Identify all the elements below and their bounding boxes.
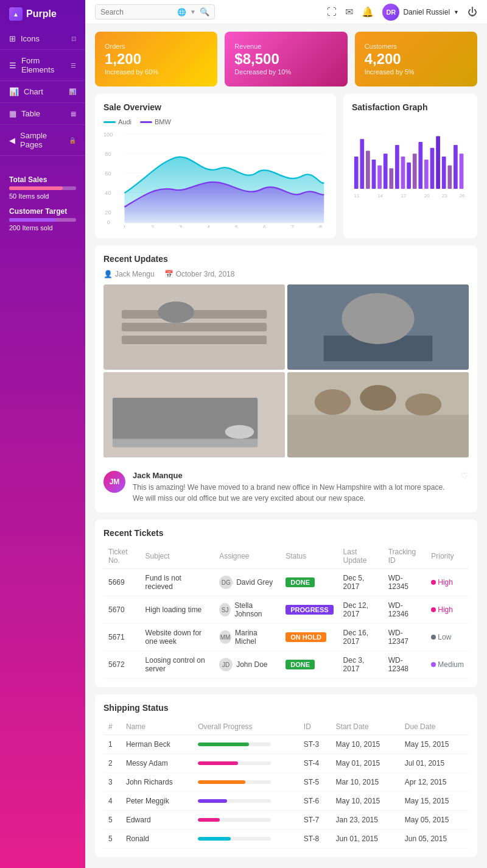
ticket-last-update: Dec 5, 2017	[338, 569, 384, 596]
table-row: 5 Ronald ST-8 Jun 01, 2015 Jun 05, 2015	[103, 830, 469, 849]
ticket-subject: Website down for one week	[141, 624, 215, 651]
update-author: 👤 Jack Mengu	[103, 270, 155, 278]
photo-laptop	[103, 372, 285, 457]
ticket-number: 5672	[103, 651, 141, 679]
search-icon[interactable]: 🔍	[200, 7, 209, 16]
ticket-subject: Fund is not recieved	[141, 569, 215, 596]
table-row: 5670 High loading time SJ Stella Johnson…	[103, 596, 469, 624]
tickets-table-body: 5669 Fund is not recieved DG David Grey …	[103, 569, 469, 679]
ship-name: Herman Beck	[121, 735, 193, 754]
status-badge: DONE	[286, 660, 315, 669]
sidebar-label-table: Table	[21, 109, 40, 118]
ticket-assignee: MM Marina Michel	[214, 624, 281, 651]
ship-progress	[193, 735, 299, 754]
photo-keyboard	[103, 284, 285, 370]
svg-text:1: 1	[123, 224, 126, 228]
ship-due-date: May 05, 2015	[400, 811, 469, 830]
form-badge: ☰	[71, 62, 76, 69]
ticket-tracking-id: WD-12345	[384, 569, 427, 596]
col-ticket-no: Ticket No.	[103, 544, 141, 569]
logo-icon: ▲	[9, 7, 23, 21]
svg-rect-35	[447, 166, 452, 189]
table-row: 2 Messy Adam ST-4 May 01, 2015 Jul 01, 2…	[103, 754, 469, 773]
svg-point-51	[342, 293, 414, 344]
ticket-last-update: Dec 16, 2017	[338, 624, 384, 651]
customer-target-label: Customer Target	[9, 207, 76, 216]
sidebar-item-icons[interactable]: ⊞ Icons ⊡	[0, 28, 85, 50]
svg-point-59	[360, 385, 396, 411]
calendar-icon: 📅	[164, 270, 173, 278]
table-row: 5 Edward ST-7 Jan 23, 2015 May 05, 2015	[103, 811, 469, 830]
col-subject: Subject	[141, 544, 215, 569]
ship-col-num: #	[103, 719, 121, 735]
customer-target-text: 200 Items sold	[9, 224, 76, 231]
charts-row: Sale Overview Audi BMW	[85, 86, 487, 245]
ship-start-date: May 01, 2015	[331, 754, 400, 773]
chart-icon: 📊	[9, 87, 19, 96]
sidebar-item-table[interactable]: ▦ Table ▦	[0, 103, 85, 125]
ship-due-date: Jun 05, 2015	[400, 830, 469, 849]
svg-rect-19	[354, 157, 359, 189]
customer-target-bar	[9, 218, 76, 222]
ticket-subject: Loosing control on server	[141, 651, 215, 679]
chart-badge: 📊	[69, 88, 76, 95]
table-row: 4 Peter Meggik ST-6 May 10, 2015 May 15,…	[103, 792, 469, 811]
keyboard-image	[103, 284, 285, 370]
assignee-avatar: SJ	[219, 603, 231, 616]
search-container[interactable]: 🌐 ▼ 🔍	[95, 4, 215, 19]
expand-icon[interactable]: ⛶	[327, 7, 337, 18]
sample-icon: ◀	[9, 136, 15, 145]
ship-name: Messy Adam	[121, 754, 193, 773]
satisfaction-chart-svg: 11 14 17 20 23 26	[352, 118, 469, 213]
search-input[interactable]	[100, 8, 173, 16]
ticket-number: 5671	[103, 624, 141, 651]
ship-start-date: Jan 23, 2015	[331, 811, 400, 830]
svg-rect-21	[366, 151, 370, 189]
table-row: 5671 Website down for one week MM Marina…	[103, 624, 469, 651]
sidebar-item-form-elements[interactable]: ☰ Form Elements ☰	[0, 50, 85, 81]
heart-icon[interactable]: ♡	[461, 471, 469, 481]
priority-dot	[431, 607, 436, 612]
svg-point-55	[225, 425, 254, 439]
icons-badge: ⊡	[71, 35, 76, 42]
svg-text:6: 6	[263, 224, 266, 228]
svg-text:11: 11	[354, 193, 360, 199]
stat-change-revenue: Decreased by 10%	[234, 68, 337, 76]
mail-icon[interactable]: ✉	[345, 6, 353, 18]
table-row: 1 Herman Beck ST-3 May 10, 2015 May 15, …	[103, 735, 469, 754]
ship-col-start: Start Date	[331, 719, 400, 735]
sidebar: ▲ Purple ⊞ Icons ⊡ ☰ Form Elements ☰ 📊 C…	[0, 0, 85, 868]
recent-tickets-title: Recent Tickets	[103, 528, 469, 538]
stat-value-revenue: $8,500	[234, 51, 337, 68]
svg-text:40: 40	[105, 190, 111, 196]
shipping-table-body: 1 Herman Beck ST-3 May 10, 2015 May 15, …	[103, 735, 469, 849]
svg-rect-23	[377, 166, 382, 189]
update-author-name: Jack Mengu	[115, 270, 155, 278]
stat-card-revenue: Revenue $8,500 Decreased by 10%	[225, 32, 347, 86]
user-menu[interactable]: DR Daniel Russiel ▼	[382, 4, 459, 21]
stat-title-orders: Orders	[105, 43, 208, 50]
power-icon[interactable]: ⏻	[468, 7, 477, 18]
svg-point-58	[315, 389, 351, 415]
main-content: 🌐 ▼ 🔍 ⛶ ✉ 🔔 DR Daniel Russiel ▼ ⏻ Orders…	[85, 0, 487, 868]
lock-icon: 🔒	[69, 137, 76, 144]
sidebar-item-sample-pages[interactable]: ◀ Sample Pages 🔒	[0, 125, 85, 156]
ticket-status: PROGRESS	[281, 596, 338, 624]
ship-name: John Richards	[121, 773, 193, 792]
ship-due-date: Apr 12, 2015	[400, 773, 469, 792]
priority-label: Medium	[438, 660, 464, 669]
bell-icon[interactable]: 🔔	[362, 6, 374, 18]
svg-rect-24	[384, 153, 388, 189]
ticket-last-update: Dec 3, 2017	[338, 651, 384, 679]
svg-text:0: 0	[107, 219, 110, 225]
shipping-table-head: # Name Overall Progress ID Start Date Du…	[103, 719, 469, 735]
svg-text:2: 2	[151, 224, 154, 228]
ship-start-date: May 10, 2015	[331, 735, 400, 754]
sidebar-item-chart[interactable]: 📊 Chart 📊	[0, 81, 85, 103]
priority-dot	[431, 580, 436, 585]
comment-row: JM Jack Manque This is amazing! We have …	[103, 465, 469, 504]
col-assignee: Assignee	[214, 544, 281, 569]
sidebar-label-icons: Icons	[21, 34, 40, 43]
user-icon: 👤	[103, 270, 113, 278]
sale-overview-chart: 100 80 60 40 20 0	[103, 130, 328, 228]
